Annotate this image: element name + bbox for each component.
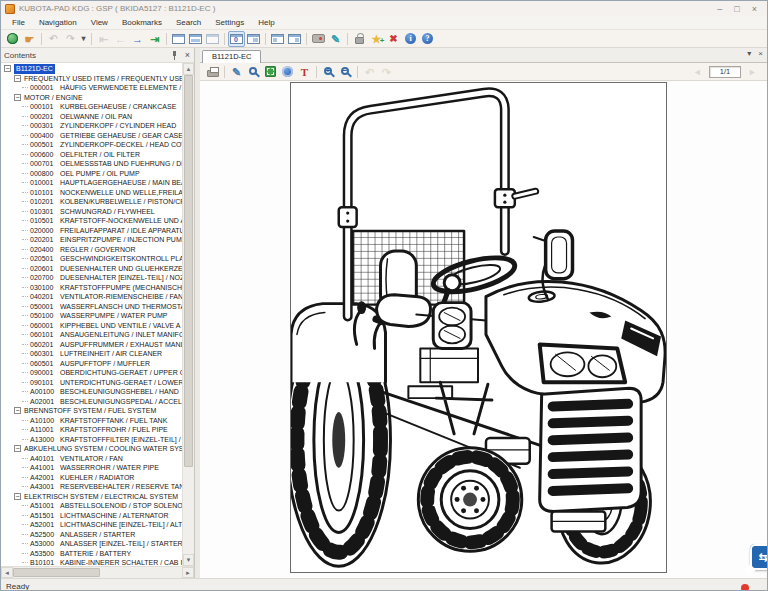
scroll-down-icon[interactable]: ▼ bbox=[183, 554, 194, 566]
zoom-region-icon[interactable] bbox=[245, 64, 262, 80]
tree-expander-icon[interactable]: − bbox=[14, 75, 21, 82]
tree-item[interactable]: 050001WASSERFLANSCH UND THERMOSTAT bbox=[1, 302, 182, 312]
tree-item[interactable]: 030100KRAFTSTOFFPUMPE (MECHANISCH) bbox=[1, 283, 182, 293]
home-icon[interactable] bbox=[4, 31, 21, 47]
window-contents-icon[interactable] bbox=[228, 31, 245, 47]
tab-close-icon[interactable]: × bbox=[758, 49, 763, 59]
tree-item[interactable]: 000600OELFILTER / OIL FILTER bbox=[1, 150, 182, 160]
tree-expander-icon[interactable]: − bbox=[14, 94, 21, 101]
tree-item[interactable]: 010201KOLBEN/KURBELWELLE / PISTON/CRANK bbox=[1, 197, 182, 207]
tree-item[interactable]: 020700DUESENHALTER [EINZEL-TEIL] / NOZZL… bbox=[1, 273, 182, 283]
tree-item[interactable]: 010301SCHWUNGRAD / FLYWHEEL bbox=[1, 207, 182, 217]
tree-vertical-scrollbar[interactable]: ▲ ▼ bbox=[182, 63, 194, 566]
forward-icon[interactable]: → bbox=[129, 31, 146, 47]
minimize-button[interactable]: – bbox=[717, 4, 722, 14]
tree-item[interactable]: 000800OEL PUMPE / OIL PUMP bbox=[1, 169, 182, 179]
tree-item[interactable]: −ABKUEHLUNG SYSTEM / COOLING WATER SYST bbox=[1, 444, 182, 454]
vertical-scroll-thumb[interactable] bbox=[184, 75, 193, 467]
contents-close-icon[interactable]: × bbox=[185, 51, 190, 60]
tree-item[interactable]: 060201AUSPUFFRUMMER / EXHAUST MANIFOLD bbox=[1, 340, 182, 350]
capture-icon[interactable] bbox=[310, 31, 327, 47]
menu-search[interactable]: Search bbox=[169, 16, 208, 30]
tools-icon[interactable]: ✖ bbox=[385, 31, 402, 47]
tree-item[interactable]: A13000KRAFTSTOFFFILTER [EINZEL-TEIL] / bbox=[1, 435, 182, 445]
add-bookmark-icon[interactable]: ★ bbox=[368, 31, 385, 47]
tree-item[interactable]: A52001LICHTMASCHINE [EINZEL-TEIL] / ALT bbox=[1, 520, 182, 530]
tree-item[interactable]: 000001HÄUFIG VERWENDETE ELEMENTE / bbox=[1, 83, 182, 93]
diagram-page[interactable] bbox=[290, 82, 667, 573]
window-detail-icon[interactable] bbox=[245, 31, 262, 47]
teamviewer-icon[interactable]: ⇆ bbox=[750, 544, 768, 570]
text-search-icon[interactable]: T bbox=[296, 64, 313, 80]
maximize-button[interactable]: □ bbox=[734, 4, 739, 14]
fit-page-icon[interactable] bbox=[262, 64, 279, 80]
tree-item[interactable]: −FREQUENTLY USED ITEMS / FREQUENTLY USED bbox=[1, 74, 182, 84]
tree-item[interactable]: 050100WASSERPUMPE / WATER PUMP bbox=[1, 311, 182, 321]
tree-item[interactable]: 020601DUESENHALTER UND GLUEHKERZE bbox=[1, 264, 182, 274]
undo-icon[interactable]: ↶ bbox=[45, 31, 62, 47]
tree-item[interactable]: 060001KIPPHEBEL UND VENTILE / VALVE A bbox=[1, 321, 182, 331]
tree-item[interactable]: 040201VENTILATOR-RIEMENSCHEIBE / FAN bbox=[1, 292, 182, 302]
first-page-icon[interactable]: ⇤ bbox=[95, 31, 112, 47]
scroll-right-icon[interactable]: ► bbox=[182, 567, 194, 578]
back-icon[interactable]: ← bbox=[112, 31, 129, 47]
tree-item[interactable]: −B1121D-EC bbox=[1, 64, 182, 74]
menu-view[interactable]: View bbox=[84, 16, 115, 30]
menu-file[interactable]: File bbox=[5, 16, 32, 30]
tree-item[interactable]: 020000FREILAUFAPPARAT / IDLE APPARATUS bbox=[1, 226, 182, 236]
tree-item[interactable]: A52500ANLASSER / STARTER bbox=[1, 530, 182, 540]
print-icon[interactable] bbox=[204, 64, 221, 80]
undo-dropdown-icon[interactable]: ▾ bbox=[79, 31, 88, 47]
tree-item[interactable]: A10100KRAFTSTOFFTANK / FUEL TANK bbox=[1, 416, 182, 426]
tree-item[interactable]: 010001HAUPTLAGERGEHAEUSE / MAIN BEARING bbox=[1, 178, 182, 188]
tree-item[interactable]: −BRENNSTOFF SYSTEM / FUEL SYSTEM bbox=[1, 406, 182, 416]
info-icon[interactable]: i bbox=[402, 31, 419, 47]
tree-item[interactable]: 090001OBERDICHTUNG-GERAET / UPPER GASKET bbox=[1, 368, 182, 378]
pan-hand-icon[interactable]: ☛ bbox=[21, 31, 38, 47]
tree-item[interactable]: 000101KURBELGEHAEUSE / CRANKCASE bbox=[1, 102, 182, 112]
tree-item[interactable]: A11001KRAFTSTOFFROHR / FUEL PIPE bbox=[1, 425, 182, 435]
tree-item[interactable]: A00100BESCHLEUNIGUNGSHEBEL / HAND bbox=[1, 387, 182, 397]
tree-horizontal-scrollbar[interactable]: ◄ ► bbox=[1, 566, 194, 578]
layout-window-disabled-icon[interactable] bbox=[204, 31, 221, 47]
tree-item[interactable]: 020201EINSPRITZPUMPE / INJECTION PUMP bbox=[1, 235, 182, 245]
layout-window-bottom-icon[interactable] bbox=[187, 31, 204, 47]
annotate-pen-icon[interactable]: ✎ bbox=[327, 31, 344, 47]
tree-item[interactable]: 060101ANSAUGENLEITUNG / INLET MANIFOLD bbox=[1, 330, 182, 340]
last-page-icon[interactable]: ⇥ bbox=[146, 31, 163, 47]
tab-b1121d-ec[interactable]: B1121D-EC bbox=[202, 50, 261, 63]
tree-expander-icon[interactable]: − bbox=[14, 445, 21, 452]
tree-item[interactable]: 010501KRAFTSTOFF-NOCKENWELLE UND A bbox=[1, 216, 182, 226]
pin-icon[interactable] bbox=[170, 51, 179, 60]
menu-help[interactable]: Help bbox=[251, 16, 281, 30]
tree-item[interactable]: 060301LUFTREINHEIT / AIR CLEANER bbox=[1, 349, 182, 359]
prev-view-icon[interactable]: ↶ bbox=[361, 64, 378, 80]
scroll-left-icon[interactable]: ◄ bbox=[1, 567, 13, 578]
tree-expander-icon[interactable]: − bbox=[4, 65, 11, 72]
tree-item[interactable]: A53500BATTERIE / BATTERY bbox=[1, 549, 182, 559]
tree-item[interactable]: 020501GESCHWINDIGKEITSKONTROLL PLATTE bbox=[1, 254, 182, 264]
zoom-in-icon[interactable] bbox=[320, 64, 337, 80]
tree-item[interactable]: A42001KUEHLER / RADIATOR bbox=[1, 473, 182, 483]
tree-item[interactable]: 000400GETRIEBE GEHAEUSE / GEAR CASE bbox=[1, 131, 182, 141]
diagram-canvas[interactable] bbox=[200, 81, 767, 578]
next-view-icon[interactable]: ↷ bbox=[378, 64, 395, 80]
tree-item[interactable]: A51001ABSTELLSOLENOID / STOP SOLENOID bbox=[1, 501, 182, 511]
tree-item[interactable]: A40101VENTILATOR / FAN bbox=[1, 454, 182, 464]
redo-icon[interactable]: ↷ bbox=[62, 31, 79, 47]
freehand-icon[interactable]: ✎ bbox=[228, 64, 245, 80]
close-button[interactable]: × bbox=[752, 4, 757, 14]
next-page-button[interactable]: ► bbox=[744, 64, 761, 80]
tree-item[interactable]: 000501ZYLINDERKOPF-DECKEL / HEAD COVER bbox=[1, 140, 182, 150]
tab-list-dropdown-icon[interactable]: ▾ bbox=[747, 49, 751, 59]
tree-item[interactable]: 090101UNTERDICHTUNG-GERAET / LOWER bbox=[1, 378, 182, 388]
tree-item[interactable]: 000201OELWANNE / OIL PAN bbox=[1, 112, 182, 122]
tree-expander-icon[interactable]: − bbox=[14, 493, 21, 500]
prev-page-button[interactable]: ◄ bbox=[689, 64, 706, 80]
tree-item[interactable]: A53000ANLASSER [EINZEL-TEIL] / STARTER bbox=[1, 539, 182, 549]
window-right-icon[interactable] bbox=[286, 31, 303, 47]
tree-item[interactable]: B10101KABINE-INNERER SCHALTER / CAB I bbox=[1, 558, 182, 566]
menu-bookmarks[interactable]: Bookmarks bbox=[115, 16, 169, 30]
scroll-up-icon[interactable]: ▲ bbox=[183, 63, 194, 75]
tree-item[interactable]: 000701OELMESSSTAB UND FUEHRUNG / DIPSTIC… bbox=[1, 159, 182, 169]
